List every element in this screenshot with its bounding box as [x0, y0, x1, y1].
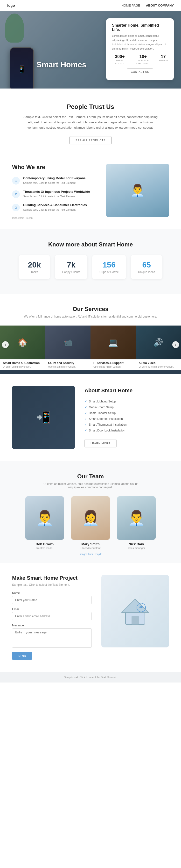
form-field-email: Email: [12, 608, 92, 620]
who-item-0: 1 Contemporary Living Model For Everyone…: [12, 176, 99, 185]
footer-text: Sample text. Click to select the Text El…: [64, 676, 117, 679]
name-label: Name: [12, 591, 92, 595]
navigation: logo HOME PAGE ABOUT COMPANY: [0, 0, 181, 11]
who-left: Who We are 1 Contemporary Living Model F…: [12, 164, 99, 219]
about-list-item-4: Smart Thermostat Installation: [84, 422, 133, 428]
nav-links: HOME PAGE ABOUT COMPANY: [121, 4, 174, 7]
about-list-item-5: Smart Door Lock Installation: [84, 428, 133, 433]
know-heading: Know more about Smart Home: [12, 241, 169, 248]
team-section: Our Team Ut enim ad minim veniam, quis n…: [0, 461, 181, 563]
team-member-2: 👨‍💼 Nick Dark sales manager: [117, 496, 156, 550]
team-grid: 👨‍💼 Bob Brown creative leader 👩‍💼 Mary S…: [12, 496, 169, 550]
who-item-1: 2 Thousands Of Ingenious Projects Worldw…: [12, 190, 99, 198]
service-item-1: 📹 CCTV and Security Ut enim ad minim ven…: [45, 326, 91, 374]
who-freepik-credit: Image from Freepik: [12, 217, 99, 219]
contact-heading: Make Smart Home Project: [12, 575, 92, 581]
service-info-3: Audio Video Ut enim ad minim dolore veni…: [136, 360, 181, 370]
know-stat-3: 65 Unique Ideas: [131, 255, 162, 279]
message-input[interactable]: [12, 628, 92, 648]
nav-home[interactable]: HOME PAGE: [121, 4, 140, 7]
freepik-link[interactable]: Images from Freepik: [79, 553, 102, 556]
about-list-item-2: Home Theater Setup: [84, 410, 133, 416]
hero-stat-1: 10+ YEARS OF EXPERIENCE: [132, 54, 155, 65]
hero-stats: 300+ HAPPY CLIENTS 10+ YEARS OF EXPERIEN…: [112, 54, 168, 65]
who-heading: Who We are: [12, 164, 99, 170]
who-section: Who We are 1 Contemporary Living Model F…: [0, 154, 181, 229]
message-label: Message: [12, 624, 92, 627]
hero-card-body: Lorem ipsum dolor sit amet, consectetur …: [112, 34, 168, 51]
hero-stat-0: 300+ HAPPY CLIENTS: [112, 54, 128, 65]
trust-section: People Trust Us Sample text. Click to se…: [0, 89, 181, 154]
contact-image: [101, 575, 169, 647]
service-item-3: 🔊 Audio Video Ut enim ad minim dolore ve…: [136, 326, 181, 374]
about-home-section: 📲 About Smart Home Smart Lighting Setup …: [0, 374, 181, 461]
who-item-1-content: Thousands Of Ingenious Projects Worldwid…: [23, 190, 90, 198]
who-image-inner: 👨‍💼: [106, 164, 169, 217]
know-section: Know more about Smart Home 20k Tasks 7k …: [0, 229, 181, 293]
hero-phone-image: 📱: [10, 48, 34, 89]
service-bg-2: 💻: [90, 326, 136, 360]
services-subheading: We offer a full range of home automation…: [12, 315, 169, 318]
team-member-0: 👨‍💼 Bob Brown creative leader: [25, 496, 64, 550]
contact-section: Make Smart Home Project Sample text. Cli…: [0, 563, 181, 672]
service-item-0: 🏠 Smart Home & Automation Ut enim ad min…: [0, 326, 45, 374]
trust-body: Sample text. Click to select the Text El…: [23, 114, 158, 130]
team-heading: Our Team: [12, 473, 169, 480]
who-item-0-content: Contemporary Living Model For Everyone S…: [23, 176, 86, 185]
slider-prev-button[interactable]: ‹: [2, 341, 9, 348]
service-item-2: 💻 IT Services & Support Ut enim ad minim…: [90, 326, 136, 374]
name-input[interactable]: [12, 596, 92, 604]
trust-heading: People Trust Us: [14, 103, 167, 111]
svg-rect-2: [132, 616, 139, 624]
about-home-content: About Smart Home Smart Lighting Setup Me…: [84, 388, 133, 447]
team-member-1: 👩‍💼 Mary Smith Chief Accountant: [71, 496, 110, 550]
contact-form: Make Smart Home Project Sample text. Cli…: [12, 575, 92, 660]
team-name-0: Bob Brown: [25, 542, 64, 546]
slider-next-button[interactable]: ›: [172, 341, 179, 348]
team-avatar-0: 👨‍💼: [25, 496, 64, 540]
service-info-0: Smart Home & Automation Ut enim ad minim…: [0, 360, 45, 370]
about-list-item-1: Media Room Setup: [84, 404, 133, 410]
hero-card: Smarter Home. Simplified Life. Lorem ips…: [106, 19, 174, 80]
services-slider: ‹ 🏠 Smart Home & Automation Ut enim ad m…: [0, 326, 181, 374]
hero-plant-decoration: [5, 13, 24, 42]
service-info-2: IT Services & Support Ut enim ad minim v…: [90, 360, 136, 370]
service-bg-1: 📹: [45, 326, 91, 360]
smart-home-svg: [118, 594, 152, 628]
email-input[interactable]: [12, 612, 92, 620]
service-info-1: CCTV and Security Ut enim ad minim venia…: [45, 360, 91, 370]
about-list-item-3: Smart Doorbell Installation: [84, 416, 133, 422]
about-home-list: Smart Lighting Setup Media Room Setup Ho…: [84, 399, 133, 433]
know-stat-0: 20k Tasks: [19, 255, 50, 279]
services-section: Our Services We offer a full range of ho…: [0, 293, 181, 374]
team-freepik-credit: Images from Freepik: [12, 553, 169, 556]
logo: logo: [7, 3, 15, 7]
contact-us-button[interactable]: CONTACT US: [127, 68, 153, 75]
footer: Sample text. Click to select the Text El…: [0, 672, 181, 682]
about-home-image: 📲: [12, 386, 75, 449]
who-item-2: 3 Building Services & Consumer Electroni…: [12, 203, 99, 212]
who-item-2-content: Building Services & Consumer Electronics…: [23, 203, 87, 212]
team-name-2: Nick Dark: [117, 542, 156, 546]
send-button[interactable]: SEND: [12, 652, 32, 660]
learn-more-button[interactable]: LEARN MORE: [84, 439, 116, 447]
team-role-0: creative leader: [25, 547, 64, 550]
see-all-products-button[interactable]: SEE ALL PRODUCTS: [70, 136, 111, 144]
team-subheading: Ut enim ad minim veniam, quis nostrud ex…: [42, 482, 139, 489]
services-track: 🏠 Smart Home & Automation Ut enim ad min…: [0, 326, 181, 374]
hero-stat-2: 17 AWARDS: [158, 54, 168, 65]
team-avatar-1: 👩‍💼: [71, 496, 110, 540]
email-label: Email: [12, 608, 92, 611]
know-stat-1: 7k Happy Clients: [55, 255, 87, 279]
form-field-message: Message: [12, 624, 92, 649]
form-field-name: Name: [12, 591, 92, 604]
contact-subheading: Sample text. Click to select the Text El…: [12, 583, 92, 587]
services-header: Our Services We offer a full range of ho…: [0, 306, 181, 326]
team-role-1: Chief Accountant: [71, 547, 110, 550]
svg-point-4: [140, 607, 142, 608]
hero-section: About Smart Homes 📱 Smarter Home. Simpli…: [0, 11, 181, 89]
services-heading: Our Services: [12, 306, 169, 312]
team-name-1: Mary Smith: [71, 542, 110, 546]
about-list-item-0: Smart Lighting Setup: [84, 399, 133, 404]
nav-about[interactable]: ABOUT COMPANY: [146, 4, 174, 7]
